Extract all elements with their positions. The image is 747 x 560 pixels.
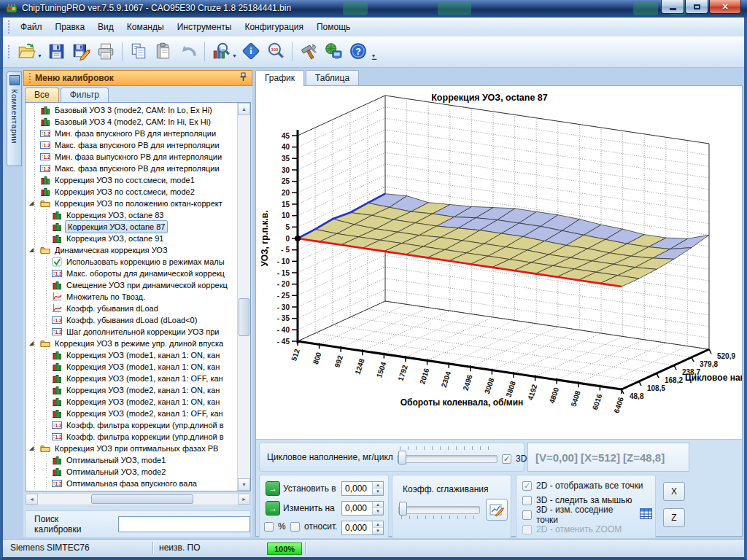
copy-button[interactable] xyxy=(127,40,150,63)
change-by-spinner[interactable]: 0,000 ▲▼ xyxy=(341,501,384,516)
view-3d-toggle[interactable]: ✓ 3D xyxy=(502,451,527,466)
search-input[interactable] xyxy=(118,516,250,532)
option-row[interactable]: ✓2D - отображать все точки xyxy=(522,478,652,493)
relative-spinner[interactable]: 0,000 ▲▼ xyxy=(341,521,384,535)
tree-item[interactable]: Смещение УОЗ при динамической коррекц xyxy=(26,279,238,291)
grid-icon[interactable] xyxy=(640,508,652,522)
checkbox-3d[interactable]: ✓ xyxy=(502,454,511,464)
tree-item[interactable]: 1.2Коэфф. убывания dLoad (dLoad<0) xyxy=(26,314,238,326)
tree-item[interactable]: 1.2Коэфф. фильтра коррекции (упр.длиной … xyxy=(26,419,238,431)
tree-item[interactable]: Использовать коррекцию в режимах малы xyxy=(26,256,238,268)
sidebar-tab-фильтр[interactable]: Фильтр xyxy=(61,88,109,102)
main-tab-таблица[interactable]: Таблица xyxy=(306,70,359,86)
slider-thumb[interactable] xyxy=(398,451,406,464)
scroll-thumb[interactable] xyxy=(239,298,249,336)
tree-horizontal-scrollbar[interactable]: ◄ ► xyxy=(25,493,251,505)
apply-change-button[interactable]: → xyxy=(266,501,280,516)
scroll-down-button[interactable]: ▼ xyxy=(238,478,250,491)
scroll-up-button[interactable]: ▲ xyxy=(238,103,250,115)
tree-item-label[interactable]: Мин. фаза выпускного РВ для интерполяции xyxy=(53,151,223,163)
tree-item[interactable]: Коэфф. убывания dLoad xyxy=(26,303,238,314)
tree-item[interactable]: Коррекция УОЗ (mode1, канал 1: ON, кан xyxy=(26,361,238,373)
tree-item-label[interactable]: Оптимальный УОЗ, mode2 xyxy=(65,466,167,478)
menu-item-6[interactable]: Конфигурация xyxy=(238,19,310,35)
tree-item-label[interactable]: Макс. обороты для динамической коррекц xyxy=(65,268,226,279)
tree-item-label[interactable]: Коррекция УОЗ при оптимальных фазах РВ xyxy=(53,443,220,454)
tree-item[interactable]: Оптимальный УОЗ, mode2 xyxy=(26,466,238,478)
tree-item-label[interactable]: Множитель по Твозд. xyxy=(65,291,147,303)
help-button[interactable]: ? xyxy=(347,40,370,63)
smooth-apply-button[interactable] xyxy=(486,499,508,521)
tree-item[interactable]: Коррекция УОЗ (mode2, канал 1: OFF, кан xyxy=(26,408,238,419)
option-checkbox[interactable]: ✓ xyxy=(522,481,532,491)
info-button[interactable]: i xyxy=(239,40,263,63)
menu-item-2[interactable]: Правка xyxy=(49,19,92,35)
spinner-arrows[interactable]: ▲▼ xyxy=(372,482,383,495)
scroll-thumb[interactable] xyxy=(91,494,193,504)
tree-item[interactable]: 1.2Оптимальная фаза впускного вала xyxy=(26,478,238,489)
spinner-arrows[interactable]: ▲▼ xyxy=(372,521,383,534)
x-axis-button[interactable]: X xyxy=(663,482,685,501)
tree-item-label[interactable]: Коррекция УОЗ (mode1, канал 1: ON, кан xyxy=(65,361,221,373)
print-button[interactable] xyxy=(94,40,117,63)
tree-item[interactable]: 1.2Шаг дополнительной коррекции УОЗ при xyxy=(26,326,238,338)
tree-item-label[interactable]: Коэфф. убывания dLoad (dLoad<0) xyxy=(65,314,198,326)
chart-search-button[interactable] xyxy=(209,40,233,63)
save-as-button[interactable] xyxy=(69,40,93,63)
apply-set-button[interactable]: → xyxy=(266,481,280,496)
tree-item[interactable]: Множитель по Твозд. xyxy=(26,291,238,303)
tree-item[interactable]: Коррекция УОЗ, octane 83 xyxy=(26,209,238,221)
tree-item[interactable]: ◢Коррекция УОЗ в режиме упр. длиной впус… xyxy=(26,338,238,349)
chart-search-dropdown-icon[interactable]: ▼ xyxy=(232,53,237,58)
tree-item-label[interactable]: Коррекция УОЗ по сост.смеси, mode1 xyxy=(53,174,196,186)
tree-item[interactable]: 1.2Коэфф. фильтра коррекции (упр.длиной … xyxy=(26,431,238,443)
option-checkbox[interactable] xyxy=(522,510,532,520)
tree-item[interactable]: Базовый УОЗ 4 (mode2, CAM: In Hi, Ex Hi) xyxy=(26,116,238,128)
relative-value[interactable]: 0,000 xyxy=(342,521,372,534)
network-button[interactable] xyxy=(322,40,345,63)
tree-item[interactable]: Оптимальный УОЗ, mode1 xyxy=(26,454,238,466)
tree-item[interactable]: Коррекция УОЗ (mode1, канал 1: ON, кан xyxy=(26,349,238,361)
scroll-left-button[interactable]: ◄ xyxy=(26,494,38,505)
undo-button[interactable] xyxy=(177,40,200,63)
tree-item[interactable]: Коррекция УОЗ по сост.смеси, mode2 xyxy=(26,186,238,198)
sidebar-tab-все[interactable]: Все xyxy=(25,88,59,102)
tree-item-label[interactable]: Смещение УОЗ при динамической коррекц xyxy=(65,279,229,291)
tree-item-label[interactable]: Коррекция УОЗ (mode1, канал 1: OFF, кан xyxy=(65,373,225,384)
open-button[interactable] xyxy=(15,40,38,63)
slider-thumb[interactable] xyxy=(399,502,407,516)
tree-item[interactable]: Коррекция УОЗ по сост.смеси, mode1 xyxy=(26,174,238,186)
smoothing-slider[interactable] xyxy=(398,500,480,515)
tree-item-label[interactable]: Коррекция УОЗ, octane 91 xyxy=(65,233,165,244)
open-dropdown-icon[interactable]: ▼ xyxy=(37,53,42,58)
tree-item[interactable]: Коррекция УОЗ (mode1, канал 1: OFF, кан xyxy=(26,373,238,384)
tree-item[interactable]: Коррекция УОЗ (mode2, канал 1: ON, кан xyxy=(26,396,238,408)
fill-slider[interactable] xyxy=(397,449,498,464)
main-tab-график[interactable]: График xyxy=(255,70,304,86)
tree-item-label[interactable]: Коррекция УОЗ по сост.смеси, mode2 xyxy=(53,186,196,198)
tree-item[interactable]: Базовый УОЗ 3 (mode2, CAM: In Lo, Ex Hi) xyxy=(26,104,238,116)
save-button[interactable] xyxy=(44,40,68,63)
tree-item[interactable]: 1.2Мин. фаза выпускного РВ для интерполя… xyxy=(26,151,238,163)
tree-item-label[interactable]: Коррекция УОЗ в режиме упр. длиной впуск… xyxy=(53,338,225,349)
tree-item-label[interactable]: Макс. фаза впускного РВ для интерполяции xyxy=(53,163,221,174)
expand-icon[interactable]: ◢ xyxy=(29,246,34,253)
option-row[interactable]: 3D - изм. соседние точки xyxy=(522,508,652,522)
tree-item[interactable]: ◢Динамическая коррекция УОЗ xyxy=(26,244,238,256)
tree-item-label[interactable]: Динамическая коррекция УОЗ xyxy=(53,244,169,256)
toolbar-overflow-icon[interactable]: ▾▔ xyxy=(372,52,376,67)
surface-chart[interactable]: - 45- 40- 35- 30- 25- 20- 15- 10- 505101… xyxy=(256,86,742,440)
expand-icon[interactable]: ◢ xyxy=(29,340,34,346)
tree-item-label[interactable]: Использовать коррекцию в режимах малы xyxy=(65,256,226,268)
paste-button[interactable] xyxy=(152,40,175,63)
tree-item[interactable]: 1.2Макс. фаза впускного РВ для интерполя… xyxy=(26,139,238,151)
tree-item[interactable]: 1.2Макс. обороты для динамической коррек… xyxy=(26,268,238,279)
slider-track[interactable] xyxy=(397,455,498,463)
tree-item[interactable]: Коррекция УОЗ, octane 91 xyxy=(26,233,238,244)
tree-item-label[interactable]: Коррекция УОЗ по положению октан-коррект xyxy=(53,198,224,209)
pin-icon[interactable] xyxy=(239,72,247,84)
tree-item-label[interactable]: Коррекция УОЗ (mode1, канал 1: ON, кан xyxy=(65,349,221,361)
tree-item[interactable]: 1.2Макс. фаза впускного РВ для интерполя… xyxy=(26,163,238,174)
menu-item-1[interactable]: Файл xyxy=(14,19,49,35)
minimize-button[interactable] xyxy=(661,0,684,14)
